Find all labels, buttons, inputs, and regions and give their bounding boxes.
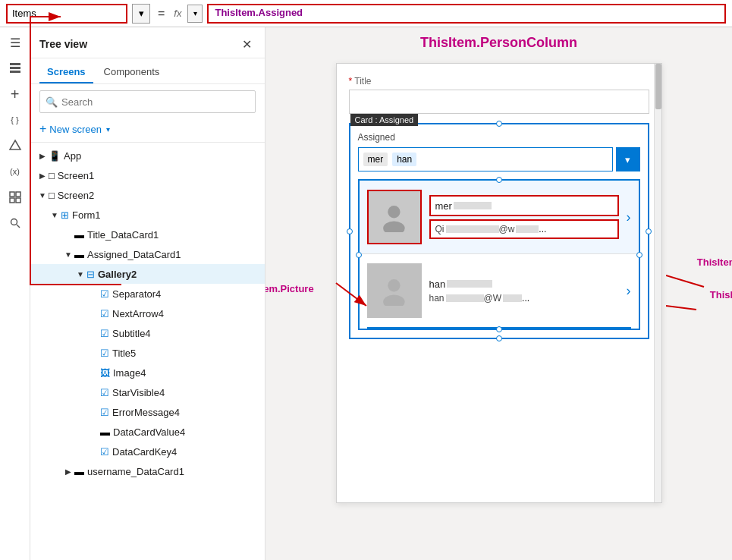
svg-point-10 [388, 206, 400, 218]
canvas-scrollbar[interactable] [654, 64, 661, 502]
tree-item-username-datacard1[interactable]: ▶ ▬ username_DataCard1 ··· [30, 461, 265, 481]
required-star: * [349, 76, 353, 87]
fx-dropdown-btn[interactable]: ▾ [187, 5, 203, 23]
assigned-chip-han: han [392, 153, 416, 166]
avatar-person-icon [379, 202, 410, 233]
formula-input[interactable]: ThisItem.Assigned [207, 4, 726, 24]
tree-item-screen2[interactable]: ▼ □ Screen2 [30, 185, 265, 205]
new-screen-btn[interactable]: + New screen ▾ [30, 119, 265, 143]
tree-item-datacardvalue4[interactable]: ▶ ▬ DataCardValue4 [30, 422, 265, 442]
tab-screens[interactable]: Screens [39, 61, 93, 83]
svg-rect-4 [10, 192, 14, 197]
grid-icon [8, 190, 22, 204]
tree-item-datacardvalue4-label: DataCardValue4 [113, 426, 259, 438]
sv4-icon: ☑ [100, 387, 109, 398]
tree-item-subtitle4[interactable]: ▶ ☑ Subtitle4 [30, 323, 265, 343]
tree-content: ▶ 📱 App ▶ □ Screen1 ▼ □ Screen2 ▼ ⊞ Form… [30, 143, 265, 560]
new-screen-chevron-icon: ▾ [106, 125, 110, 134]
app-icon: 📱 [49, 150, 61, 162]
tree-item-screen1-label: Screen1 [58, 170, 259, 181]
layers-icon [8, 61, 22, 75]
gallery-row-2[interactable]: han han @W [360, 254, 639, 327]
person-email-2-redacted [446, 294, 484, 302]
gallery-row2-chevron-icon[interactable]: › [627, 283, 631, 299]
name-box-value: Items [12, 8, 36, 19]
title-label: * Title [349, 76, 649, 87]
name-box[interactable]: Items [6, 4, 127, 24]
annotation-email-arrow [666, 294, 733, 325]
title-input[interactable] [349, 90, 649, 114]
gallery-row1-chevron-icon[interactable]: › [627, 209, 631, 225]
svg-rect-5 [16, 192, 20, 197]
person-email-2-ellipsis: ... [522, 293, 529, 304]
tree-item-title-datacard1-label: Title_DataCard1 [87, 229, 259, 241]
grid-icon-btn[interactable] [2, 185, 29, 209]
tree-item-title-datacard1[interactable]: ▶ ▬ Title_DataCard1 [30, 225, 265, 244]
tree-item-screen1[interactable]: ▶ □ Screen1 [30, 165, 265, 185]
person-info-2: han han @W [429, 278, 619, 304]
sub4-icon: ☑ [100, 328, 109, 339]
person-email-1-prefix: Qi [435, 224, 445, 234]
assigned-dropdown-btn[interactable]: ▾ [616, 147, 640, 171]
fx-label: fx [172, 8, 183, 19]
assigned-input-field[interactable]: mer han [358, 147, 613, 171]
tree-item-image4-label: Image4 [113, 367, 259, 379]
canvas-area: ThisItem.PersonColumn * Title [265, 27, 732, 560]
svg-marker-3 [10, 140, 20, 149]
chevron-assigned-dc-icon: ▼ [62, 250, 74, 259]
assigned-label: Assigned [358, 132, 640, 143]
tree-item-form1[interactable]: ▼ ⊞ Form1 [30, 205, 265, 225]
add-icon-btn[interactable]: + [2, 82, 29, 106]
tree-item-nextarrow4-label: NextArrow4 [112, 308, 259, 319]
tree-item-app[interactable]: ▶ 📱 App [30, 146, 265, 165]
gallery-handle-right [636, 252, 642, 258]
form-card: * Title Card : Assigned [337, 64, 661, 363]
search-icon: 🔍 [46, 96, 58, 108]
tree-item-separator4[interactable]: ▶ ☑ Separator4 [30, 284, 265, 304]
tree-item-separator4-label: Separator4 [112, 288, 259, 300]
udc1-icon: ▬ [74, 466, 84, 477]
insert-icon-btn[interactable]: { } [2, 108, 29, 132]
sidebar-icons: ☰ + { } (x) [0, 27, 30, 560]
canvas-title: ThisItem.PersonColumn [420, 35, 577, 51]
dcv4-icon: ▬ [100, 426, 110, 438]
screen2-icon: □ [49, 190, 55, 201]
tree-item-title5[interactable]: ▶ ☑ Title5 [30, 343, 265, 363]
formula-bar: Items ▾ = fx ▾ ThisItem.Assigned [0, 0, 732, 27]
new-screen-label: New screen [49, 124, 102, 135]
handle-left [347, 228, 353, 234]
card-label-tag: Card : Assigned [350, 114, 419, 126]
shapes-icon-btn[interactable] [2, 134, 29, 158]
canvas-scroll[interactable]: * Title Card : Assigned [265, 55, 732, 560]
tree-item-assigned-datacard1[interactable]: ▼ ▬ Assigned_DataCard1 ··· [30, 244, 265, 264]
tab-components[interactable]: Components [96, 61, 168, 83]
person-name-2: han [429, 278, 446, 290]
tree-title: Tree view [39, 38, 87, 50]
tree-item-gallery2[interactable]: ▼ ⊟ Gallery2 [30, 264, 265, 284]
tree-close-btn[interactable]: ✕ [237, 35, 256, 53]
gallery-row-1[interactable]: mer Qi @w [360, 181, 639, 254]
annotation-picture: ThisItem.Picture [265, 283, 314, 294]
search-input[interactable] [39, 90, 256, 113]
search-icon-btn[interactable] [2, 211, 29, 235]
tree-item-subtitle4-label: Subtitle4 [112, 328, 259, 339]
em4-icon: ☑ [100, 407, 109, 418]
tree-item-image4[interactable]: ▶ 🖼 Image4 [30, 363, 265, 382]
svg-line-9 [17, 225, 20, 228]
handle-right [646, 228, 652, 234]
assigned-dc-icon: ▬ [74, 249, 84, 260]
img4-icon: 🖼 [100, 367, 110, 379]
annotation-email: ThisItem.Email [710, 289, 732, 300]
annotation-displayname: ThisItem.DisplayName [697, 256, 732, 268]
assigned-datacard: Card : Assigned Assigned [349, 123, 649, 339]
menu-icon-btn[interactable]: ☰ [2, 30, 29, 55]
name-dropdown-btn[interactable]: ▾ [132, 4, 150, 24]
t5-icon: ☑ [100, 348, 109, 359]
tree-item-datacardkey4[interactable]: ▶ ☑ DataCardKey4 [30, 442, 265, 461]
vars-icon-btn[interactable]: (x) [2, 159, 29, 184]
dck4-icon: ☑ [100, 446, 109, 458]
tree-item-errormessage4[interactable]: ▶ ☑ ErrorMessage4 [30, 402, 265, 422]
layers-icon-btn[interactable] [2, 56, 29, 80]
tree-item-starvisible4[interactable]: ▶ ☑ StarVisible4 [30, 382, 265, 402]
tree-item-nextarrow4[interactable]: ▶ ☑ NextArrow4 [30, 304, 265, 323]
